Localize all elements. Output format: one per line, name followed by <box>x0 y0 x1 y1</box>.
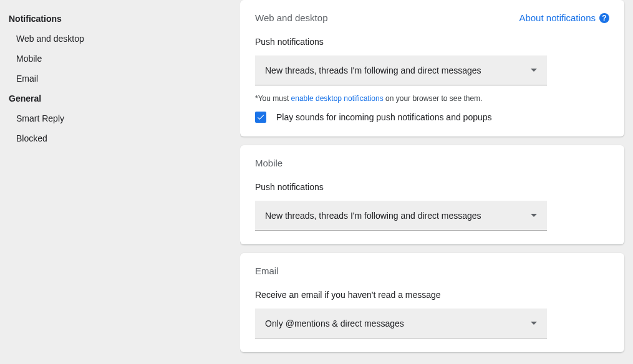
about-notifications-link[interactable]: About notifications ? <box>519 12 609 23</box>
card-title-email: Email <box>255 266 279 276</box>
play-sounds-checkbox[interactable] <box>255 112 266 123</box>
sidebar-item-smart-reply[interactable]: Smart Reply <box>9 108 240 128</box>
web-push-label: Push notifications <box>255 37 609 47</box>
sidebar-item-email[interactable]: Email <box>9 69 240 89</box>
mobile-push-select-value: New threads, threads I'm following and d… <box>265 211 481 221</box>
card-web-desktop: Web and desktop About notifications ? Pu… <box>240 0 624 136</box>
sidebar-header-notifications: Notifications <box>9 9 240 29</box>
hint-prefix: *You must <box>255 94 291 103</box>
sidebar-item-mobile[interactable]: Mobile <box>9 49 240 69</box>
main-content: Web and desktop About notifications ? Pu… <box>240 0 633 364</box>
chevron-down-icon <box>531 322 537 325</box>
card-email: Email Receive an email if you haven't re… <box>240 253 624 352</box>
help-icon: ? <box>599 13 609 23</box>
sidebar-item-web-desktop[interactable]: Web and desktop <box>9 29 240 49</box>
about-link-text: About notifications <box>519 12 596 23</box>
hint-suffix: on your browser to see them. <box>384 94 483 103</box>
mobile-push-select[interactable]: New threads, threads I'm following and d… <box>255 201 547 231</box>
web-push-select[interactable]: New threads, threads I'm following and d… <box>255 55 547 85</box>
web-hint: *You must enable desktop notifications o… <box>255 94 609 103</box>
email-field-label: Receive an email if you haven't read a m… <box>255 290 609 300</box>
check-icon <box>256 113 265 122</box>
chevron-down-icon <box>531 69 537 72</box>
enable-desktop-notifications-link[interactable]: enable desktop notifications <box>291 94 384 103</box>
card-title-mobile: Mobile <box>255 158 283 168</box>
sidebar-item-blocked[interactable]: Blocked <box>9 128 240 148</box>
sidebar-header-general: General <box>9 89 240 108</box>
play-sounds-label: Play sounds for incoming push notificati… <box>276 112 492 122</box>
card-mobile: Mobile Push notifications New threads, t… <box>240 145 624 244</box>
sidebar: Notifications Web and desktop Mobile Ema… <box>0 0 240 364</box>
chevron-down-icon <box>531 214 537 217</box>
web-push-select-value: New threads, threads I'm following and d… <box>265 65 481 75</box>
mobile-push-label: Push notifications <box>255 182 609 192</box>
email-select-value: Only @mentions & direct messages <box>265 318 404 328</box>
card-title-web: Web and desktop <box>255 12 327 23</box>
email-select[interactable]: Only @mentions & direct messages <box>255 309 547 338</box>
